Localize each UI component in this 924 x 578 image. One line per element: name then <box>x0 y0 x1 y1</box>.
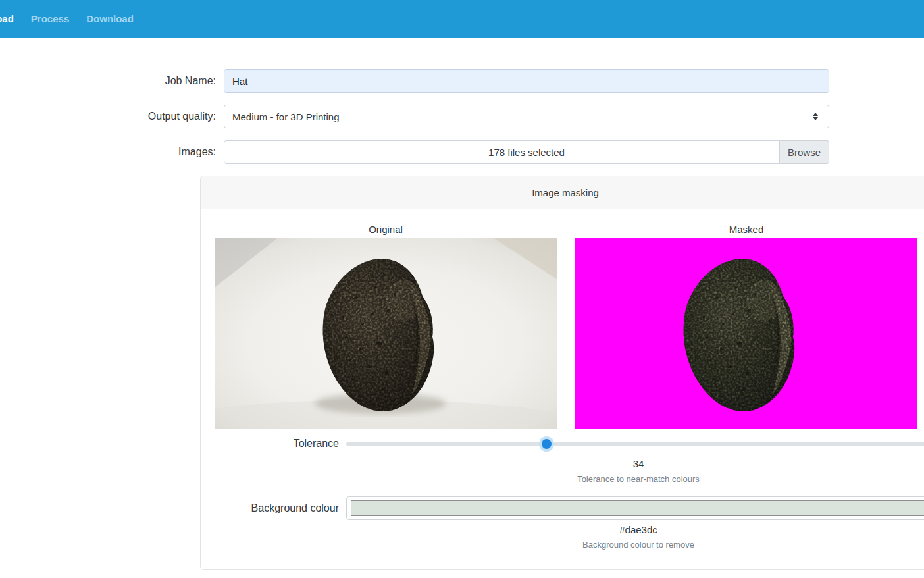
job-name-label: Job Name: <box>100 75 216 87</box>
output-quality-row: Output quality: Medium - for 3D Printing <box>100 105 831 128</box>
nav-item-process[interactable]: Process <box>22 0 78 38</box>
job-name-row: Job Name: <box>100 69 831 93</box>
panel-title: Image masking <box>201 176 924 209</box>
upload-form: Job Name: Output quality: Medium - for 3… <box>100 69 831 570</box>
masked-label: Masked <box>575 224 917 236</box>
navbar: Upload Process Download <box>0 0 924 38</box>
select-arrows-icon <box>813 113 818 120</box>
masked-image <box>575 238 917 429</box>
tolerance-label: Tolerance <box>215 438 339 450</box>
background-colour-row: Background colour <box>215 496 916 520</box>
original-image <box>215 238 557 429</box>
original-column: Original <box>215 224 557 429</box>
nav-item-download[interactable]: Download <box>78 0 142 38</box>
output-quality-selected-value: Medium - for 3D Printing <box>232 111 813 122</box>
job-name-input[interactable] <box>224 69 829 93</box>
image-masking-panel: Image masking Original <box>200 176 924 570</box>
images-file-input[interactable]: 178 files selected Browse <box>224 140 829 164</box>
background-colour-swatch <box>351 500 924 516</box>
browse-button[interactable]: Browse <box>779 140 829 164</box>
background-colour-value: #dae3dc <box>346 524 924 535</box>
images-row: Images: 178 files selected Browse <box>100 140 831 164</box>
masked-column: Masked <box>575 224 917 429</box>
images-label: Images: <box>100 146 216 158</box>
output-quality-select[interactable]: Medium - for 3D Printing <box>224 105 829 128</box>
original-label: Original <box>215 224 557 236</box>
background-colour-picker[interactable] <box>346 496 924 520</box>
nav-item-upload[interactable]: Upload <box>0 0 22 38</box>
tolerance-hint: Tolerance to near-match colours <box>346 474 924 484</box>
background-colour-hint: Background colour to remove <box>346 540 924 550</box>
files-selected-text: 178 files selected <box>488 147 565 158</box>
output-quality-label: Output quality: <box>100 111 216 122</box>
background-colour-label: Background colour <box>215 502 339 514</box>
tolerance-value: 34 <box>346 458 924 469</box>
tolerance-row: Tolerance <box>215 437 916 450</box>
tolerance-slider[interactable] <box>346 437 924 450</box>
